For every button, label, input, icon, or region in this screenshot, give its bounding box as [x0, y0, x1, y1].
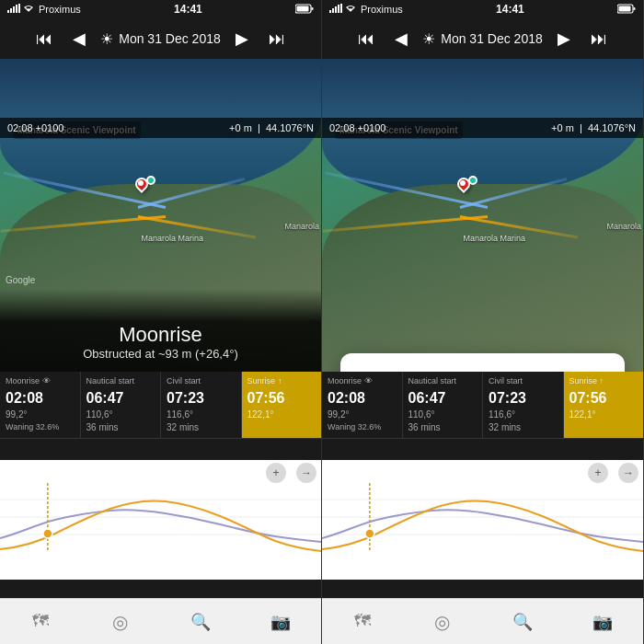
col-nautical-r: Nautical start 06:47 110,6° 36 mins — [403, 372, 484, 438]
tab-bar-right: 🗺 ◎ 🔍 📷 — [322, 598, 643, 644]
col-sunrise-deg-r: 122,1° — [569, 408, 638, 421]
map-icon: 🗺 — [32, 612, 49, 631]
chart-svg-left — [0, 483, 321, 552]
tab-compass[interactable]: ◎ — [80, 599, 160, 644]
col-moonrise-time: 02:08 — [6, 388, 75, 408]
carrier-name-r: Proximus — [361, 4, 403, 15]
skip-prev-button[interactable]: ⏮ — [30, 26, 58, 52]
col-civil-mins-r: 32 mins — [489, 421, 558, 434]
col-civil-time: 07:23 — [167, 388, 236, 408]
col-moonrise-deg: 99,2° — [6, 408, 75, 421]
marina-label: Manarola Marina — [142, 234, 204, 243]
next-button-r[interactable]: ▶ — [552, 25, 576, 52]
col-sunrise-label: Sunrise ↑ — [247, 375, 316, 387]
svg-rect-7 — [311, 7, 313, 10]
col-nautical-deg-r: 110,6° — [408, 408, 477, 421]
col-sunrise-deg: 122,1° — [247, 408, 316, 421]
prev-button[interactable]: ◀ — [67, 25, 91, 52]
chart-plus-button-r[interactable]: + — [588, 463, 608, 483]
col-sunrise-time-r: 07:56 — [569, 388, 638, 408]
prev-button-r[interactable]: ◀ — [389, 25, 413, 52]
tab-compass-r[interactable]: ◎ — [402, 599, 482, 644]
tab-camera[interactable]: 📷 — [241, 599, 321, 644]
right-label: Manarola — [284, 222, 319, 231]
col-moonrise: Moonrise 👁 02:08 99,2° Waning 32.6% — [0, 372, 81, 438]
elev-row-short[interactable]: Elevation profile (short) 0,2 km — [340, 361, 625, 372]
col-nautical-deg: 110,6° — [86, 408, 155, 421]
carrier-name: Proximus — [39, 4, 81, 15]
time-offset-r: 02:08 +0100 — [329, 122, 385, 133]
compass-icon: ◎ — [112, 611, 128, 633]
moonrise-subtitle: Obstructed at ~93 m (+26,4°) — [14, 347, 307, 361]
map-area-left[interactable]: 02:08 +0100 +0 m | 44.1076°N — [0, 59, 321, 372]
left-panel: Proximus 14:41 ⏮ ◀ ☀ Mon 31 Dec 2018 ▶ ⏭… — [0, 0, 322, 644]
col-sunrise-time: 07:56 — [247, 388, 316, 408]
col-civil-deg-r: 116,6° — [489, 408, 558, 421]
direction-lines-r — [322, 59, 643, 372]
chart-plus-button[interactable]: + — [266, 463, 286, 483]
tab-map[interactable]: 🗺 — [0, 599, 80, 644]
svg-rect-19 — [618, 6, 630, 11]
status-right-left: Proximus — [329, 4, 403, 15]
col-nautical-mins-r: 36 mins — [408, 421, 477, 434]
wifi-icon — [23, 4, 34, 15]
nav-bar-left: ⏮ ◀ ☀ Mon 31 Dec 2018 ▶ ⏭ — [0, 18, 321, 59]
col-nautical-time-r: 06:47 — [408, 388, 477, 408]
chart-area-right: Moon 99,2° -0,2° Sun 54,0° -60,1° 02:08 … — [322, 460, 643, 580]
chart-nav-arrow[interactable]: → — [296, 463, 316, 483]
wifi-icon-r — [345, 4, 356, 15]
svg-rect-14 — [332, 8, 334, 13]
right-panel: Proximus 14:41 ⏮ ◀ ☀ Mon 31 Dec 2018 ▶ ⏭… — [322, 0, 644, 644]
col-sunrise-label-r: Sunrise ↑ — [569, 375, 638, 387]
elev-short-value: 0,2 km — [574, 370, 610, 372]
altitude-coords: +0 m | 44.1076°N — [229, 122, 314, 133]
tab-search-r[interactable]: 🔍 — [483, 599, 563, 644]
col-nautical: Nautical start 06:47 110,6° 36 mins — [81, 372, 162, 438]
tab-bar-left: 🗺 ◎ 🔍 📷 — [0, 598, 321, 644]
battery-icon-r — [617, 4, 636, 16]
next-button[interactable]: ▶ — [230, 25, 254, 52]
status-left: Proximus — [7, 4, 81, 15]
camera-icon-r: 📷 — [592, 612, 613, 632]
location-pin[interactable] — [135, 178, 154, 196]
col-nautical-mins: 36 mins — [86, 421, 155, 434]
col-moonrise-phase-r: Waning 32.6% — [328, 421, 397, 433]
location-pin-r[interactable] — [457, 178, 476, 196]
col-moonrise-label: Moonrise 👁 — [6, 375, 75, 387]
sunrise-arrow-icon: ↑ — [278, 375, 282, 387]
col-moonrise-time-r: 02:08 — [328, 388, 397, 408]
elevation-popup[interactable]: Elevation profile (short) 0,2 km Elevati… — [340, 353, 625, 372]
svg-rect-1 — [10, 8, 12, 13]
tab-search[interactable]: 🔍 — [161, 599, 241, 644]
svg-rect-6 — [296, 6, 308, 11]
nav-bar-right: ⏮ ◀ ☀ Mon 31 Dec 2018 ▶ ⏭ — [322, 18, 643, 59]
table-header-row-r: Moonrise 👁 02:08 99,2° Waning 32.6% Naut… — [322, 372, 643, 439]
sun-nav-icon: ☀ — [100, 30, 113, 48]
col-moonrise-deg-r: 99,2° — [328, 408, 397, 421]
map-area-right[interactable]: 02:08 +0100 +0 m | 44.1076°N — [322, 59, 643, 372]
tab-map-r[interactable]: 🗺 — [322, 599, 402, 644]
marina-label-r: Manarola Marina — [464, 234, 526, 243]
skip-next-button[interactable]: ⏭ — [263, 26, 291, 52]
compass-icon-r: ◎ — [434, 611, 450, 633]
col-nautical-label-r: Nautical start — [408, 375, 477, 387]
sun-nav-icon-r: ☀ — [422, 30, 435, 48]
chart-nav-arrow-r[interactable]: → — [618, 463, 638, 483]
col-civil-mins: 32 mins — [167, 421, 236, 434]
google-label: Google — [6, 275, 35, 285]
search-icon: 🔍 — [190, 612, 211, 632]
info-bar-right: 02:08 +0100 +0 m | 44.1076°N — [322, 118, 643, 138]
skip-prev-button-r[interactable]: ⏮ — [352, 26, 380, 52]
col-moonrise-phase: Waning 32.6% — [6, 421, 75, 433]
clock: 14:41 — [174, 3, 202, 16]
skip-next-button-r[interactable]: ⏭ — [585, 26, 613, 52]
svg-rect-15 — [335, 6, 337, 13]
col-moonrise-r: Moonrise 👁 02:08 99,2° Waning 32.6% — [322, 372, 403, 438]
svg-rect-16 — [338, 5, 339, 13]
col-sunrise-r: Sunrise ↑ 07:56 122,1° — [564, 372, 644, 438]
data-table-right: Moonrise 👁 02:08 99,2° Waning 32.6% Naut… — [322, 372, 643, 439]
col-civil-time-r: 07:23 — [489, 388, 558, 408]
tab-camera-r[interactable]: 📷 — [563, 599, 643, 644]
col-nautical-label: Nautical start — [86, 375, 155, 387]
svg-rect-0 — [7, 10, 9, 13]
